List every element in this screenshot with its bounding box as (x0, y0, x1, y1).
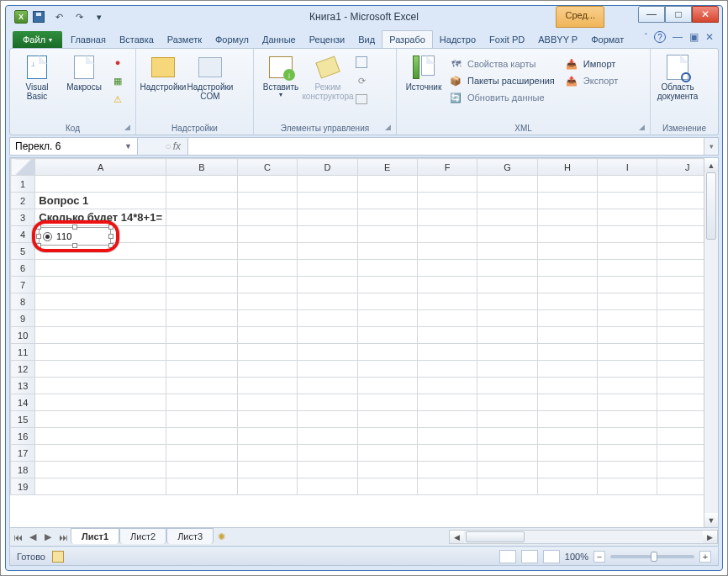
cell[interactable] (357, 277, 417, 293)
cell[interactable] (598, 378, 657, 394)
cell[interactable] (166, 411, 238, 428)
tab-page-layout[interactable]: Разметк (161, 31, 208, 48)
sheet-nav-last[interactable]: ⏭ (55, 530, 71, 545)
sheet-nav-first[interactable]: ⏮ (10, 530, 25, 545)
col-header[interactable]: A (35, 159, 166, 176)
tab-foxit[interactable]: Foxit PD (483, 31, 531, 48)
xml-source-button[interactable]: Источник (402, 52, 446, 93)
tab-developer[interactable]: Разрабо (382, 30, 433, 48)
new-sheet-button[interactable]: ✺ (214, 530, 229, 545)
cell[interactable] (166, 445, 238, 462)
cell[interactable] (537, 310, 597, 327)
cell[interactable] (298, 176, 357, 193)
cell[interactable] (298, 344, 357, 361)
cell[interactable] (417, 193, 477, 209)
resize-handle[interactable] (36, 243, 41, 248)
scroll-left-button[interactable]: ◀ (450, 531, 464, 543)
cell[interactable] (357, 344, 417, 361)
cell[interactable] (417, 462, 477, 478)
zoom-value[interactable]: 100% (565, 552, 588, 562)
cell[interactable] (298, 209, 357, 226)
tab-format[interactable]: Формат (584, 31, 630, 48)
sheet-nav-prev[interactable]: ◀ (25, 530, 40, 545)
tab-insert[interactable]: Вставка (113, 31, 161, 48)
window-maximize-button[interactable]: □ (665, 6, 692, 23)
row-header[interactable]: 8 (11, 293, 35, 310)
cell[interactable] (417, 260, 477, 277)
resize-handle[interactable] (36, 225, 41, 230)
cell[interactable]: Сколько будет 14*8+1= (35, 209, 166, 226)
cell[interactable] (35, 478, 166, 495)
design-mode-button[interactable]: Режим конструктора (306, 52, 350, 103)
row-header[interactable]: 4 (11, 226, 35, 243)
cell[interactable] (298, 293, 357, 310)
zoom-thumb[interactable] (651, 552, 657, 562)
cell[interactable] (35, 428, 166, 445)
cell[interactable] (237, 310, 297, 327)
row-header[interactable]: 5 (11, 243, 35, 260)
cell[interactable] (598, 411, 657, 428)
cell[interactable] (537, 344, 597, 361)
cell[interactable] (357, 445, 417, 462)
cell[interactable] (237, 327, 297, 344)
fx-icon[interactable]: fx (173, 140, 181, 152)
col-header[interactable]: E (357, 159, 417, 176)
cell[interactable] (237, 226, 297, 243)
vertical-scrollbar[interactable]: ▲ ▼ (704, 158, 718, 527)
formula-expand-button[interactable]: ▾ (704, 138, 718, 155)
cell[interactable] (598, 478, 657, 495)
cell[interactable] (298, 327, 357, 344)
cell[interactable] (357, 428, 417, 445)
col-header[interactable]: F (417, 159, 477, 176)
cell[interactable] (537, 462, 597, 478)
cell[interactable] (598, 260, 657, 277)
cell[interactable] (357, 243, 417, 260)
cell[interactable] (357, 462, 417, 478)
col-header[interactable]: H (537, 159, 597, 176)
cell[interactable] (598, 361, 657, 378)
cell[interactable] (298, 462, 357, 478)
cell[interactable] (477, 378, 537, 394)
cell[interactable] (166, 226, 238, 243)
col-header[interactable]: B (166, 159, 238, 176)
row-header[interactable]: 14 (11, 394, 35, 411)
cell[interactable] (477, 193, 537, 209)
qat-redo-button[interactable]: ↷ (70, 8, 88, 25)
cell[interactable] (35, 394, 166, 411)
cell[interactable] (537, 260, 597, 277)
cell[interactable] (166, 428, 238, 445)
cell[interactable] (35, 277, 166, 293)
scroll-down-button[interactable]: ▼ (704, 513, 718, 527)
doc-close-button[interactable]: ✕ (705, 31, 714, 43)
cell[interactable] (598, 243, 657, 260)
cell[interactable] (477, 462, 537, 478)
tab-view[interactable]: Вид (351, 31, 382, 48)
cell[interactable] (166, 277, 238, 293)
cell[interactable] (35, 293, 166, 310)
cell[interactable] (237, 260, 297, 277)
cell[interactable] (477, 411, 537, 428)
cell[interactable] (166, 378, 238, 394)
col-header[interactable]: I (598, 159, 657, 176)
cell[interactable] (298, 445, 357, 462)
worksheet-grid[interactable]: A B C D E F G H I J 12Вопрос 13Сколько б… (9, 157, 719, 528)
cell[interactable] (417, 411, 477, 428)
cell[interactable] (357, 209, 417, 226)
window-close-button[interactable]: ✕ (692, 6, 719, 23)
cell[interactable] (417, 344, 477, 361)
cell[interactable] (477, 209, 537, 226)
option-button-control[interactable]: 110 (39, 227, 111, 246)
cell[interactable] (537, 428, 597, 445)
cell[interactable] (477, 260, 537, 277)
ribbon-minimize-button[interactable]: ˆ (645, 33, 647, 42)
doc-minimize-button[interactable]: — (673, 31, 683, 43)
resize-handle[interactable] (72, 243, 77, 248)
cell[interactable] (417, 176, 477, 193)
cell[interactable] (477, 327, 537, 344)
resize-handle[interactable] (108, 225, 113, 230)
cell[interactable] (237, 478, 297, 495)
macros-button[interactable]: Макросы (62, 52, 106, 93)
visual-basic-button[interactable]: ⟂ Visual Basic (15, 52, 59, 103)
tab-review[interactable]: Рецензи (303, 31, 352, 48)
qat-customize-button[interactable]: ▾ (90, 8, 108, 25)
